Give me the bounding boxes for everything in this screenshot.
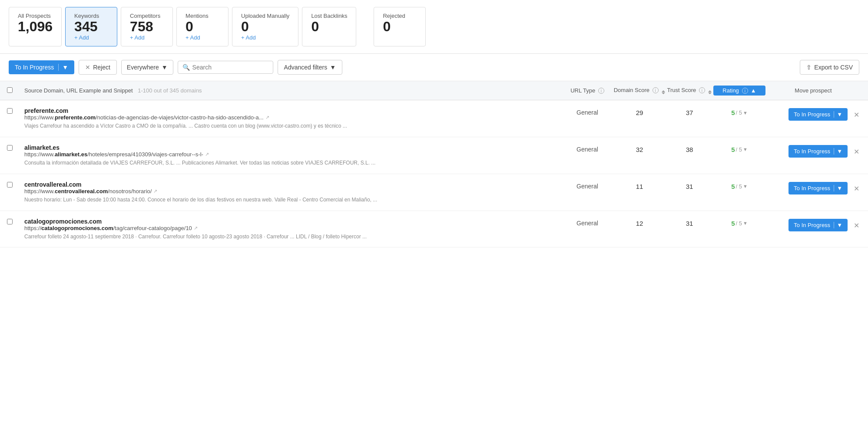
table-row: catalogopromociones.com https://catalogo… xyxy=(0,211,868,248)
row-source: catalogopromociones.com https://catalogo… xyxy=(24,218,561,241)
row-domain-name: centrovallereal.com xyxy=(24,181,561,188)
row-move-col: To In Progress ▼ ✕ xyxy=(765,181,861,195)
rating-chevron-icon[interactable]: ▼ xyxy=(743,184,748,189)
row-source: preferente.com https://www.preferente.co… xyxy=(24,107,561,130)
header-domain-col[interactable]: Domain Score i xyxy=(613,87,666,94)
header-urltype-col: URL Type i xyxy=(561,87,613,94)
external-link-icon[interactable]: ↗ xyxy=(205,152,209,157)
table-header: Source Domain, URL Example and Snippet 1… xyxy=(0,81,868,100)
stat-uploaded-value: 0 xyxy=(241,19,289,34)
trust-info-icon[interactable]: i xyxy=(699,87,705,93)
move-to-in-progress-button[interactable]: To In Progress ▼ xyxy=(788,219,848,231)
rating-info-icon[interactable]: i xyxy=(742,88,748,94)
move-chevron-icon[interactable]: ▼ xyxy=(834,111,842,118)
row-checkbox[interactable] xyxy=(7,182,13,188)
stat-lost-backlinks[interactable]: Lost Backlinks 0 xyxy=(302,7,356,46)
select-all-checkbox[interactable] xyxy=(7,87,13,93)
external-link-icon[interactable]: ↗ xyxy=(194,225,198,231)
chevron-down-icon[interactable]: ▼ xyxy=(58,64,68,71)
source-col-label: Source Domain, URL Example and Snippet xyxy=(24,87,133,94)
urltype-info-icon[interactable]: i xyxy=(598,88,604,94)
move-label: To In Progress xyxy=(794,111,830,118)
row-move-col: To In Progress ▼ ✕ xyxy=(765,144,861,158)
row-checkbox-col xyxy=(7,218,24,226)
row-checkbox-col xyxy=(7,144,24,152)
header-rating-col[interactable]: Rating i ▲ xyxy=(713,86,765,96)
search-box[interactable]: 🔍 xyxy=(178,61,273,74)
move-to-in-progress-button[interactable]: To In Progress ▼ xyxy=(788,108,848,121)
domain-info-icon[interactable]: i xyxy=(653,87,659,93)
everywhere-dropdown[interactable]: Everywhere ▼ xyxy=(121,60,173,75)
header-trust-col[interactable]: Trust Score i xyxy=(666,87,713,94)
row-url-link[interactable]: https://catalogopromociones.com/tag/carr… xyxy=(24,225,192,231)
move-chevron-icon[interactable]: ▼ xyxy=(834,222,842,228)
move-to-in-progress-button[interactable]: To In Progress ▼ xyxy=(788,145,848,158)
row-rating[interactable]: 5 / 5 ▼ xyxy=(713,107,765,116)
stat-competitors-add[interactable]: + Add xyxy=(130,34,164,41)
rating-max: / 5 xyxy=(735,220,742,227)
rating-chevron-icon[interactable]: ▼ xyxy=(743,147,748,152)
move-label: To In Progress xyxy=(794,148,830,155)
stat-competitors[interactable]: Competitors 758 + Add xyxy=(121,7,173,46)
to-in-progress-button[interactable]: To In Progress ▼ xyxy=(9,60,74,74)
row-url: https://catalogopromociones.com/tag/carr… xyxy=(24,225,561,231)
row-url-link[interactable]: https://www.centrovallereal.com/nosotros… xyxy=(24,188,152,194)
row-move-col: To In Progress ▼ ✕ xyxy=(765,107,861,122)
row-rating[interactable]: 5 / 5 ▼ xyxy=(713,181,765,190)
row-rating[interactable]: 5 / 5 ▼ xyxy=(713,218,765,227)
table-row: preferente.com https://www.preferente.co… xyxy=(0,100,868,137)
table-row: centrovallereal.com https://www.centrova… xyxy=(0,174,868,211)
rating-chevron-icon[interactable]: ▼ xyxy=(743,110,748,115)
header-source-col: Source Domain, URL Example and Snippet 1… xyxy=(24,87,561,94)
stat-uploaded[interactable]: Uploaded Manually 0 + Add xyxy=(232,7,298,46)
stat-rejected-label: Rejected xyxy=(383,13,417,19)
row-move-col: To In Progress ▼ ✕ xyxy=(765,218,861,232)
rating-chevron-icon[interactable]: ▼ xyxy=(743,221,748,226)
stat-rejected[interactable]: Rejected 0 xyxy=(374,7,426,46)
external-link-icon[interactable]: ↗ xyxy=(153,188,157,194)
search-input[interactable] xyxy=(192,64,268,71)
stat-competitors-label: Competitors xyxy=(130,13,164,19)
advanced-filters-button[interactable]: Advanced filters ▼ xyxy=(278,60,342,75)
dismiss-button[interactable]: ✕ xyxy=(852,108,861,122)
row-url-link[interactable]: https://www.alimarket.es/hoteles/empresa… xyxy=(24,151,203,158)
stat-competitors-value: 758 xyxy=(130,19,164,34)
row-checkbox[interactable] xyxy=(7,108,13,114)
stat-uploaded-add[interactable]: + Add xyxy=(241,34,289,41)
stat-rejected-value: 0 xyxy=(383,19,417,34)
dismiss-button[interactable]: ✕ xyxy=(852,219,861,232)
move-to-in-progress-button[interactable]: To In Progress ▼ xyxy=(788,182,848,194)
row-checkbox[interactable] xyxy=(7,219,13,224)
row-url: https://www.centrovallereal.com/nosotros… xyxy=(24,188,561,194)
rating-value: 5 xyxy=(731,109,735,116)
export-label: Export to CSV xyxy=(814,64,853,71)
dismiss-button[interactable]: ✕ xyxy=(852,145,861,158)
row-rating[interactable]: 5 / 5 ▼ xyxy=(713,144,765,153)
dismiss-button[interactable]: ✕ xyxy=(852,182,861,195)
move-chevron-icon[interactable]: ▼ xyxy=(834,185,842,191)
rating-sort-icon: ▲ xyxy=(751,87,756,94)
rating-value: 5 xyxy=(731,146,735,153)
row-checkbox[interactable] xyxy=(7,145,13,151)
stats-bar: All Prospects 1,096 Keywords 345 + Add C… xyxy=(0,0,868,54)
reject-button[interactable]: ✕ Reject xyxy=(79,60,117,75)
to-in-progress-label: To In Progress xyxy=(15,64,54,71)
stat-mentions[interactable]: Mentions 0 + Add xyxy=(176,7,229,46)
row-url-link[interactable]: https://www.preferente.com/noticias-de-a… xyxy=(24,114,264,121)
move-chevron-icon[interactable]: ▼ xyxy=(834,148,842,155)
reject-label: Reject xyxy=(93,64,110,71)
stat-all-prospects-value: 1,096 xyxy=(18,19,53,34)
stat-mentions-value: 0 xyxy=(186,19,219,34)
row-snippet: Consulta la información detallada de VIA… xyxy=(24,159,561,167)
rating-max: / 5 xyxy=(735,109,742,116)
row-urltype: General xyxy=(561,181,613,190)
table-row: alimarket.es https://www.alimarket.es/ho… xyxy=(0,137,868,174)
external-link-icon[interactable]: ↗ xyxy=(265,115,269,120)
stat-keywords-add[interactable]: + Add xyxy=(74,34,108,41)
trust-col-label: Trust Score xyxy=(667,87,696,93)
stat-all-prospects[interactable]: All Prospects 1,096 xyxy=(9,7,62,46)
export-button[interactable]: ⇧ Export to CSV xyxy=(800,60,859,75)
stat-mentions-add[interactable]: + Add xyxy=(186,34,219,41)
stat-keywords-value: 345 xyxy=(74,19,108,34)
stat-keywords[interactable]: Keywords 345 + Add xyxy=(65,7,117,46)
